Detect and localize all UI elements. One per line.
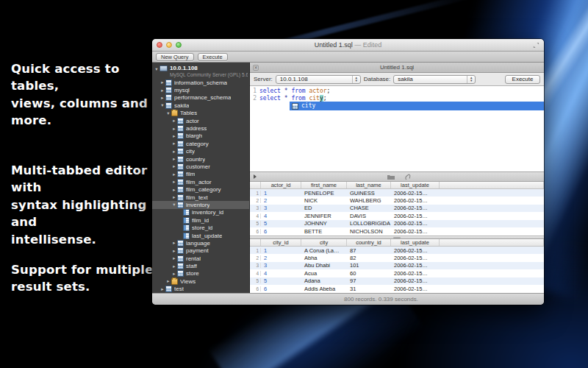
- tree-item-film-actor[interactable]: film_actor: [152, 178, 249, 185]
- tree-item-city[interactable]: city: [152, 148, 249, 155]
- column-header[interactable]: last_update: [391, 182, 440, 188]
- disclosure-triangle-icon[interactable]: [171, 163, 177, 169]
- tree-item-information-schema[interactable]: information_schema: [152, 79, 249, 86]
- tree-item-inventory[interactable]: inventory: [152, 201, 249, 208]
- disclosure-triangle-icon[interactable]: [171, 118, 177, 124]
- column-header[interactable]: first_name: [301, 182, 347, 188]
- tree-item-customer[interactable]: customer: [152, 163, 249, 170]
- disclosure-triangle-icon[interactable]: [171, 149, 177, 155]
- tree-item-test[interactable]: test: [152, 286, 249, 293]
- column-header[interactable]: city_id: [261, 239, 301, 246]
- disclosure-triangle-icon[interactable]: [159, 286, 165, 292]
- table-row[interactable]: 11PENELOPEGUINESS2006-02-15…: [250, 189, 544, 197]
- line-number: 1: [250, 88, 257, 95]
- disclosure-triangle-icon[interactable]: [171, 133, 177, 139]
- disclosure-triangle-icon[interactable]: [159, 88, 165, 93]
- disclosure-triangle-icon[interactable]: [159, 102, 165, 108]
- disclosure-triangle-icon[interactable]: [171, 194, 177, 200]
- server-host: 10.0.1.108: [170, 65, 198, 71]
- tree-item-mysql[interactable]: mysql: [152, 86, 249, 93]
- column-header[interactable]: country_id: [347, 239, 391, 246]
- database-select[interactable]: sakila ▲▼: [393, 75, 476, 84]
- table-row[interactable]: 22NICKWAHLBERG2006-02-15…: [250, 197, 544, 204]
- tree-item-film[interactable]: film: [152, 171, 249, 178]
- disclosure-triangle-icon[interactable]: [154, 66, 159, 78]
- new-query-button[interactable]: New Query: [156, 53, 194, 61]
- tree-item-address[interactable]: address: [152, 124, 249, 132]
- server-select[interactable]: 10.0.1.108 ▲▼: [276, 75, 361, 84]
- disclosure-triangle-icon[interactable]: [171, 240, 177, 246]
- tree-item-rental[interactable]: rental: [152, 255, 249, 262]
- table-row[interactable]: 55Adana972006-02-15…: [250, 277, 544, 285]
- tree-item-views[interactable]: Views: [152, 277, 249, 285]
- tree-item-last-update[interactable]: last_update: [152, 232, 249, 239]
- app-window: Untitled 1.sql — Edited New Query Execut…: [152, 39, 544, 305]
- column-header[interactable]: last_update: [391, 239, 440, 246]
- tree-item-sakila[interactable]: sakila: [152, 102, 249, 109]
- disclosure-triangle-icon[interactable]: [171, 263, 177, 269]
- table-row[interactable]: 66Addis Abeba312006-02-15…: [250, 285, 544, 292]
- column-header[interactable]: city: [301, 239, 347, 246]
- tree-item-store[interactable]: store: [152, 270, 249, 277]
- disclosure-triangle-icon[interactable]: [165, 110, 171, 116]
- tree-item-server[interactable]: 10.0.1.108 MySQL Community Server (GPL) …: [152, 63, 249, 79]
- autocomplete-suggestion-city[interactable]: city: [290, 102, 544, 110]
- table-row[interactable]: 22Abha822006-02-15…: [250, 254, 544, 261]
- disclosure-triangle-icon[interactable]: [171, 141, 177, 146]
- column-icon: [183, 209, 190, 216]
- schema-sidebar: 10.0.1.108 MySQL Community Server (GPL) …: [152, 63, 250, 293]
- tree-item-store-id[interactable]: store_id: [152, 224, 249, 231]
- execute-query-button[interactable]: Execute: [505, 75, 540, 84]
- tree-item-actor[interactable]: actor: [152, 117, 249, 124]
- server-label: Server:: [254, 76, 273, 82]
- column-icon: [183, 233, 190, 239]
- tree-item-blargh[interactable]: blargh: [152, 132, 249, 140]
- column-header[interactable]: actor_id: [261, 182, 301, 188]
- disclosure-triangle-icon[interactable]: [171, 255, 177, 261]
- tree-item-language[interactable]: language: [152, 239, 249, 247]
- table-row[interactable]: 11A Corua (La…872006-02-15…: [250, 247, 544, 254]
- disclosure-triangle-icon[interactable]: [171, 187, 177, 193]
- paperclip-icon[interactable]: [404, 174, 411, 181]
- tree-item-inventory-id[interactable]: inventory_id: [152, 209, 249, 216]
- table-row[interactable]: 44Acua602006-02-15…: [250, 269, 544, 277]
- disclosure-triangle-icon[interactable]: [171, 248, 177, 254]
- tree-item-category[interactable]: category: [152, 140, 249, 147]
- disclosure-triangle-icon[interactable]: [171, 202, 177, 208]
- disclosure-triangle-icon[interactable]: [171, 179, 177, 185]
- disclosure-triangle-icon[interactable]: [159, 79, 165, 85]
- tree-item-film-id[interactable]: film_id: [152, 216, 249, 224]
- title-bar[interactable]: Untitled 1.sql — Edited: [152, 39, 544, 52]
- tab-untitled-1[interactable]: Untitled 1.sql: [250, 64, 544, 71]
- table-row[interactable]: 33Abu Dhabi1012006-02-15…: [250, 262, 544, 269]
- window-title: Untitled 1.sql — Edited: [152, 41, 544, 49]
- disclosure-triangle-icon[interactable]: [159, 95, 165, 101]
- tree-item-country[interactable]: country: [152, 155, 249, 163]
- sql-editor[interactable]: 1 select * from actor; 2 select * from c…: [250, 86, 544, 171]
- disclosure-triangle-icon[interactable]: [171, 156, 177, 162]
- tree-item-payment[interactable]: payment: [152, 247, 249, 255]
- table-icon: [177, 163, 184, 170]
- disclosure-triangle-icon[interactable]: [171, 271, 177, 277]
- column-header[interactable]: last_name: [347, 182, 391, 188]
- database-icon: [165, 79, 172, 86]
- execute-toolbar-button[interactable]: Execute: [198, 53, 228, 61]
- table-icon: [177, 270, 184, 277]
- disclosure-triangle-icon[interactable]: [171, 126, 177, 132]
- results-splitter-handle[interactable]: [250, 236, 544, 239]
- table-row[interactable]: 66BETTENICHOLSON2006-02-15…: [250, 227, 544, 235]
- server-version: MySQL Community Server (GPL) 5.6.1: [170, 72, 248, 77]
- fullscreen-icon[interactable]: [533, 42, 539, 49]
- disclosure-triangle-icon[interactable]: [165, 278, 171, 284]
- tree-item-film-text[interactable]: film_text: [152, 194, 249, 201]
- tree-item-performance-schema[interactable]: performance_schema: [152, 94, 249, 102]
- table-row[interactable]: 55JOHNNYLOLLOBRIGIDA2006-02-15…: [250, 220, 544, 227]
- collapse-results-icon[interactable]: [254, 174, 257, 179]
- disclosure-triangle-icon[interactable]: [171, 171, 177, 177]
- tree-item-tables[interactable]: Tables: [152, 110, 249, 117]
- tree-item-staff[interactable]: staff: [152, 262, 249, 269]
- table-row[interactable]: 33EDCHASE2006-02-15…: [250, 205, 544, 212]
- export-folder-icon[interactable]: [387, 174, 395, 180]
- table-row[interactable]: 44JENNIFERDAVIS2006-02-15…: [250, 212, 544, 219]
- tree-item-film-category[interactable]: film_category: [152, 185, 249, 193]
